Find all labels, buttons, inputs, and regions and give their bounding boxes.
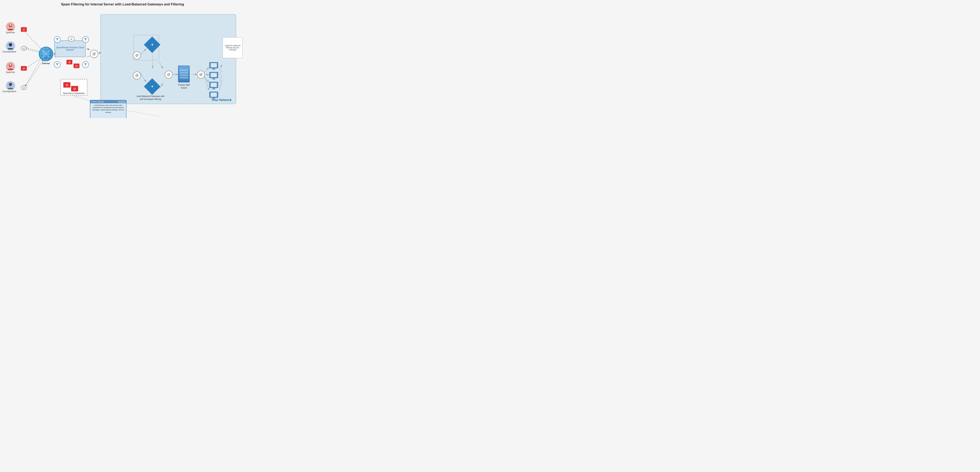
monitor4	[209, 91, 218, 100]
spammer2-mail: @	[21, 66, 27, 71]
svg-rect-38	[9, 43, 12, 44]
svg-line-33	[126, 110, 184, 117]
svg-rect-54	[211, 63, 217, 67]
svg-marker-50	[84, 38, 87, 41]
gateway-at-bottom: @	[133, 72, 141, 79]
funnel-tl	[54, 36, 60, 43]
svg-line-8	[25, 58, 41, 87]
diagram-area: Spammer @ Correspondent @ Spammer @ Corr…	[0, 8, 245, 117]
gateway-at-top: @	[133, 51, 141, 59]
server-entry-mail: @	[165, 71, 173, 79]
correspondent2-icon	[6, 81, 15, 90]
diagram-title: Spam Filtering for Internal Server with …	[0, 0, 245, 8]
spammer2-icon	[6, 62, 15, 71]
spammer2-label: Spammer	[2, 71, 19, 73]
admin-title: Admin Interface	[91, 101, 104, 103]
svg-rect-58	[211, 73, 217, 77]
top-diamond: ✦	[146, 39, 158, 51]
correspondent1-label: Correspondent	[1, 51, 18, 53]
svg-rect-56	[212, 69, 216, 70]
svg-point-41	[9, 83, 12, 86]
outgoing-mail: @	[197, 71, 205, 79]
svg-rect-68	[212, 99, 216, 99]
svg-rect-64	[212, 89, 216, 89]
admin-interface-box: Admin Interface _ □ × Administrators may…	[90, 100, 126, 118]
svg-rect-67	[213, 98, 215, 99]
corr2-mail: @	[21, 85, 27, 90]
svg-rect-62	[211, 83, 217, 87]
correspondent1-icon	[6, 41, 15, 51]
internet-label: Internet	[40, 62, 52, 65]
internet-icon	[39, 47, 53, 61]
svg-rect-55	[213, 68, 215, 69]
correspondent2-label: Correspondent	[1, 90, 18, 92]
bottom-diamond: ✦	[146, 81, 158, 92]
svg-rect-60	[212, 79, 216, 79]
cloud-network-box: SpamWeeder Premium Cloud Network	[54, 40, 86, 57]
svg-marker-51	[56, 64, 59, 66]
funnel-tr	[82, 36, 89, 43]
your-network-bg: Your Network	[100, 14, 236, 104]
monitor3	[209, 81, 218, 90]
admin-description: Administrators may view domain-wide quar…	[90, 103, 126, 114]
load-balanced-label: Load Balanced Gateways with anti-virus/s…	[136, 95, 165, 101]
svg-marker-52	[84, 64, 87, 66]
spammer1-label: Spammer	[2, 31, 19, 33]
svg-point-40	[10, 64, 11, 66]
spammer1-mail: @	[21, 27, 27, 32]
spammer1-icon	[6, 22, 15, 31]
optional-outbound-box: Optional outbound filtering may be inclu…	[223, 37, 242, 58]
admin-minimize-btn[interactable]: _	[118, 101, 120, 103]
monitor2	[209, 72, 218, 81]
svg-rect-63	[213, 88, 215, 89]
monitor1	[209, 62, 218, 71]
quarantine-mail1: @	[63, 82, 70, 87]
cloud-mail-top: @	[68, 36, 75, 41]
svg-point-36	[10, 24, 11, 26]
svg-rect-66	[211, 92, 217, 97]
funnel-bl	[54, 61, 60, 68]
svg-line-7	[25, 48, 41, 52]
admin-close-btn[interactable]: ×	[123, 101, 125, 103]
quarantine-mail2: @	[71, 86, 78, 91]
admin-maximize-btn[interactable]: □	[121, 101, 123, 103]
svg-line-13	[87, 56, 90, 57]
gateway-entry-mail: @	[90, 50, 98, 58]
corr1-mail: @	[21, 46, 27, 51]
mail-server-label: Primary Mail Server	[176, 84, 192, 89]
mail-server-icon	[178, 66, 189, 83]
cloud-mail-bottom-red: @	[67, 60, 72, 64]
svg-rect-59	[213, 78, 215, 79]
cloud-mail-bottom2-red: @	[73, 64, 80, 68]
funnel-br	[82, 61, 89, 68]
svg-marker-49	[56, 38, 59, 41]
svg-line-12	[87, 49, 90, 50]
